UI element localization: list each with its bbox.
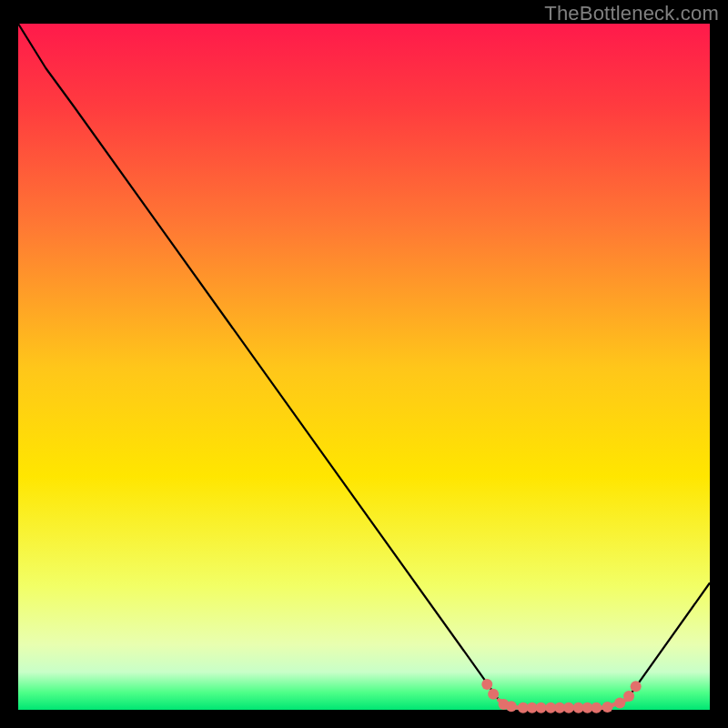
data-marker: [488, 689, 499, 700]
bottleneck-chart: [0, 0, 728, 728]
data-marker: [631, 681, 642, 692]
data-marker: [536, 703, 547, 713]
data-marker: [623, 691, 634, 702]
chart-frame: TheBottleneck.com: [0, 0, 728, 728]
data-marker: [563, 703, 574, 713]
data-marker: [481, 679, 492, 690]
gradient-background: [18, 24, 710, 710]
watermark-text: TheBottleneck.com: [544, 2, 719, 25]
data-marker: [506, 701, 517, 712]
data-marker: [614, 697, 625, 708]
data-marker: [602, 702, 613, 713]
data-marker: [591, 703, 602, 713]
